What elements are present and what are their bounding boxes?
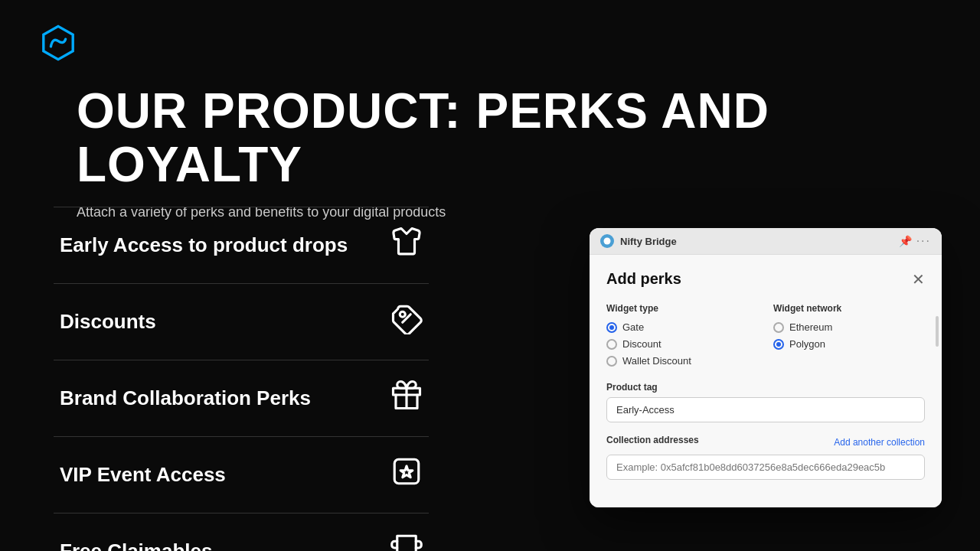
add-collection-link[interactable]: Add another collection (834, 437, 925, 448)
perk-label: Brand Collaboration Perks (60, 386, 311, 410)
widget-type-radios: Gate Discount Wallet Discount (606, 321, 758, 367)
radio-ethereum-label: Ethereum (789, 321, 832, 333)
perk-label: VIP Event Access (60, 463, 226, 487)
perk-item: Early Access to product drops (54, 207, 429, 283)
logo (40, 24, 77, 64)
radio-wallet-discount[interactable]: Wallet Discount (606, 355, 758, 367)
radio-ethereum-circle (773, 322, 784, 333)
perk-icon (390, 532, 423, 551)
more-icon[interactable]: ··· (916, 234, 931, 248)
radio-discount[interactable]: Discount (606, 338, 758, 350)
perk-label: Discounts (60, 310, 156, 334)
widget-network-label: Widget network (773, 303, 925, 314)
widget-panel: Nifty Bridge 📌 ··· Add perks ✕ Widget ty… (590, 228, 942, 507)
perk-icon (390, 455, 423, 494)
product-tag-label: Product tag (606, 382, 925, 393)
perk-label: Free Claimables (60, 540, 212, 551)
pin-icon[interactable]: 📌 (899, 235, 912, 247)
close-button[interactable]: ✕ (912, 272, 925, 287)
radio-wallet-discount-circle (606, 356, 617, 367)
svg-point-1 (400, 311, 405, 317)
widget-app-name: Nifty Bridge (620, 236, 893, 247)
svg-marker-0 (44, 26, 73, 59)
radio-ethereum[interactable]: Ethereum (773, 321, 925, 333)
widget-type-col: Widget type Gate Discount Wallet Discoun… (606, 303, 758, 367)
page-title: OUR PRODUCT: PERKS AND LOYALTY (77, 84, 980, 192)
widget-body: Add perks ✕ Widget type Gate Discount (590, 255, 942, 507)
widget-two-col: Widget type Gate Discount Wallet Discoun… (606, 303, 925, 367)
perk-label: Early Access to product drops (60, 233, 348, 257)
perk-item: Free Claimables (54, 513, 429, 551)
widget-brand-icon (600, 234, 614, 248)
radio-gate-circle (606, 322, 617, 333)
radio-wallet-discount-label: Wallet Discount (622, 355, 691, 367)
perk-icon (390, 226, 423, 265)
product-tag-input[interactable] (606, 397, 925, 422)
svg-rect-5 (394, 459, 419, 484)
widget-type-label: Widget type (606, 303, 758, 314)
product-tag-field: Product tag (606, 382, 925, 422)
widget-header-row: Add perks ✕ (606, 270, 925, 288)
radio-gate-label: Gate (622, 321, 644, 333)
perk-icon (390, 379, 423, 418)
radio-polygon[interactable]: Polygon (773, 338, 925, 350)
perk-item: Discounts (54, 283, 429, 360)
title-area: OUR PRODUCT: PERKS AND LOYALTY Attach a … (77, 84, 980, 220)
perk-item: Brand Collaboration Perks (54, 360, 429, 436)
widget-title: Add perks (606, 270, 681, 288)
perk-icon (390, 302, 423, 341)
radio-discount-circle (606, 339, 617, 350)
collection-header: Collection addresses Add another collect… (606, 435, 925, 450)
svg-point-8 (604, 238, 611, 245)
collection-input[interactable] (606, 455, 925, 480)
scrollbar[interactable] (936, 316, 939, 347)
titlebar-actions: 📌 ··· (899, 234, 931, 248)
svg-marker-6 (400, 466, 413, 478)
collection-field: Collection addresses Add another collect… (606, 435, 925, 480)
widget-network-radios: Ethereum Polygon (773, 321, 925, 350)
collection-label: Collection addresses (606, 435, 699, 445)
radio-discount-label: Discount (622, 338, 662, 350)
radio-polygon-label: Polygon (789, 338, 825, 350)
perk-list: Early Access to product drops Discounts … (54, 207, 429, 551)
radio-polygon-circle (773, 339, 784, 350)
perk-item: VIP Event Access (54, 436, 429, 513)
widget-titlebar: Nifty Bridge 📌 ··· (590, 228, 942, 255)
widget-network-col: Widget network Ethereum Polygon (773, 303, 925, 367)
radio-gate[interactable]: Gate (606, 321, 758, 333)
